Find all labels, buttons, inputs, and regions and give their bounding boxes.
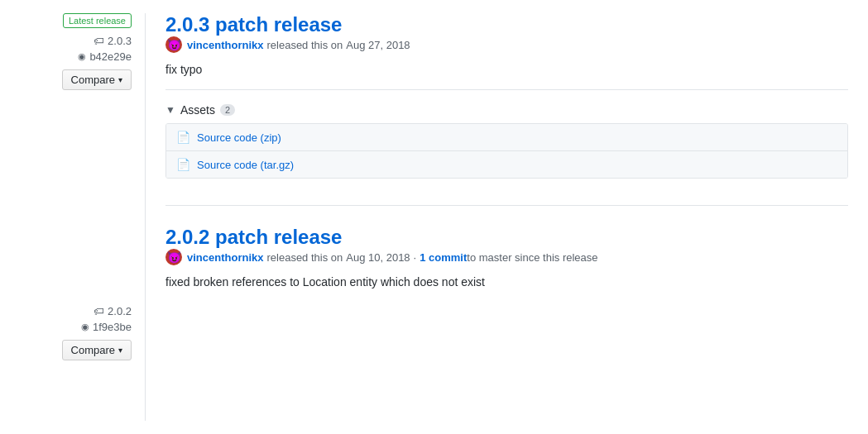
- main-content: 2.0.3 patch release 😈 vincenthornikx rel…: [146, 13, 868, 421]
- tag-line-2: 🏷 2.0.2: [13, 305, 132, 317]
- avatar-emoji-2: 😈: [167, 251, 181, 263]
- compare-label-2: Compare: [71, 344, 115, 356]
- released-text-1: released this on: [266, 39, 343, 51]
- commit-suffix-2: to master since this release: [467, 251, 597, 264]
- commit-value-2: 1f9e3be: [93, 321, 132, 333]
- commit-icon-1: ◉: [78, 51, 86, 62]
- tag-icon-2: 🏷: [94, 305, 104, 317]
- commit-line-2: ◉ 1f9e3be: [13, 321, 132, 333]
- avatar-1: 😈: [165, 36, 182, 53]
- sidebar: Latest release 🏷 2.0.3 ◉ b42e29e Compare…: [0, 13, 145, 421]
- assets-header-1[interactable]: ▼ Assets 2: [165, 103, 848, 117]
- released-text-2: released this on: [266, 251, 343, 264]
- release-section-2: 2.0.2 patch release 😈 vincenthornikx rel…: [165, 226, 848, 289]
- source-targz-link[interactable]: Source code (tar.gz): [197, 159, 294, 171]
- release-body-1: fix typo: [165, 63, 848, 90]
- compare-button-1[interactable]: Compare ▾: [62, 69, 132, 90]
- tag-value-1: 2.0.3: [108, 35, 132, 47]
- release-date-2: Aug 10, 2018: [346, 251, 410, 264]
- release-title-2[interactable]: 2.0.2 patch release: [165, 226, 342, 248]
- release-body-text-2: fixed broken references to Location enti…: [165, 275, 848, 289]
- asset-item-zip: 📄 Source code (zip): [166, 124, 847, 151]
- assets-toggle-icon-1: ▼: [165, 104, 175, 116]
- release-separator: [165, 205, 848, 206]
- author-link-1[interactable]: vincenthornikx: [187, 39, 263, 51]
- release-body-2: fixed broken references to Location enti…: [165, 275, 848, 289]
- author-link-2[interactable]: vincenthornikx: [187, 251, 263, 264]
- sidebar-release-2: 🏷 2.0.2 ◉ 1f9e3be Compare ▾: [13, 305, 132, 360]
- commit-separator-2: ·: [414, 251, 417, 264]
- release-meta-1: 😈 vincenthornikx released this on Aug 27…: [165, 36, 848, 53]
- assets-list-1: 📄 Source code (zip) 📄 Source code (tar.g…: [165, 123, 848, 179]
- assets-section-1: ▼ Assets 2 📄 Source code (zip) 📄 Source …: [165, 103, 848, 179]
- file-icon-targz: 📄: [176, 158, 190, 171]
- chevron-down-icon-1: ▾: [118, 75, 122, 84]
- file-icon-zip: 📄: [176, 131, 190, 144]
- assets-count-1: 2: [220, 104, 235, 116]
- sidebar-release-1: Latest release 🏷 2.0.3 ◉ b42e29e Compare…: [13, 13, 132, 90]
- commit-link-2[interactable]: 1 commit: [420, 251, 467, 264]
- commit-icon-2: ◉: [81, 322, 89, 332]
- tag-line-1: 🏷 2.0.3: [13, 35, 132, 47]
- release-date-1: Aug 27, 2018: [346, 39, 410, 51]
- asset-item-targz: 📄 Source code (tar.gz): [166, 151, 847, 178]
- release-body-text-1: fix typo: [165, 63, 848, 76]
- commit-value-1: b42e29e: [89, 50, 132, 63]
- chevron-down-icon-2: ▾: [118, 346, 122, 355]
- source-zip-link[interactable]: Source code (zip): [197, 131, 281, 144]
- release-meta-2: 😈 vincenthornikx released this on Aug 10…: [165, 249, 848, 265]
- tag-icon-1: 🏷: [94, 35, 104, 47]
- compare-button-2[interactable]: Compare ▾: [62, 340, 132, 360]
- compare-label-1: Compare: [71, 74, 115, 86]
- release-title-1[interactable]: 2.0.3 patch release: [165, 13, 342, 36]
- tag-value-2: 2.0.2: [108, 305, 132, 317]
- commit-line-1: ◉ b42e29e: [13, 50, 132, 63]
- avatar-2: 😈: [165, 249, 182, 265]
- release-section-1: 2.0.3 patch release 😈 vincenthornikx rel…: [165, 13, 848, 179]
- assets-label-1: Assets: [180, 103, 215, 117]
- latest-release-badge: Latest release: [63, 13, 132, 28]
- avatar-emoji-1: 😈: [167, 39, 181, 50]
